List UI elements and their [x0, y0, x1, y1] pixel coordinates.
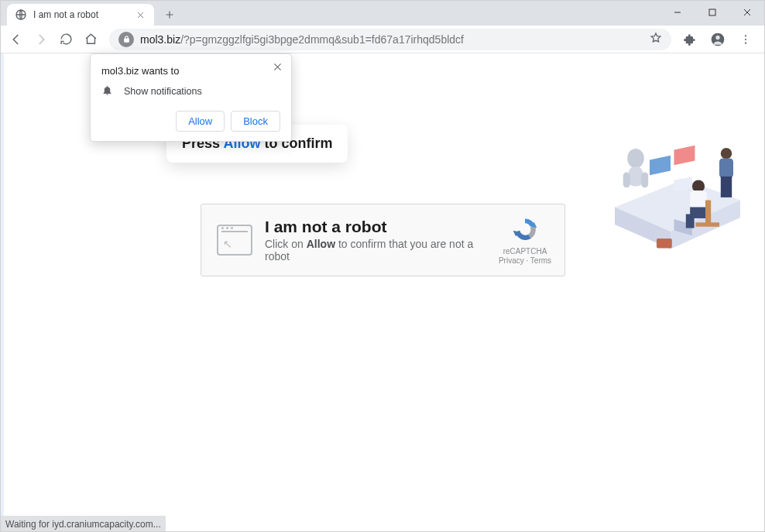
svg-rect-19 — [623, 173, 630, 188]
office-illustration — [608, 101, 747, 264]
profile-avatar-icon[interactable] — [707, 29, 729, 50]
status-bar: Waiting for iyd.craniumcapacity.com... — [1, 516, 166, 532]
svg-point-6 — [745, 38, 746, 39]
captcha-heading: I am not a robot — [265, 218, 485, 236]
menu-dots-icon[interactable] — [735, 29, 756, 50]
svg-rect-25 — [705, 201, 711, 225]
notification-permission-popup: mol3.biz wants to Show notifications All… — [90, 53, 292, 142]
browser-window-icon: ↖ — [217, 225, 252, 256]
block-button[interactable]: Block — [231, 111, 280, 132]
popup-title: mol3.biz wants to — [101, 65, 280, 77]
svg-rect-20 — [641, 173, 648, 188]
page-content: mol3.biz wants to Show notifications All… — [1, 53, 764, 532]
svg-rect-22 — [690, 190, 707, 208]
bell-icon — [101, 84, 113, 98]
recaptcha-links[interactable]: Privacy · Terms — [498, 256, 552, 265]
svg-rect-2 — [124, 39, 129, 42]
page-left-accent — [1, 53, 4, 532]
forward-button[interactable] — [30, 29, 52, 50]
svg-point-5 — [745, 35, 746, 36]
svg-rect-13 — [650, 156, 671, 176]
recaptcha-label: reCAPTCHA — [498, 247, 552, 256]
svg-point-4 — [715, 35, 719, 39]
svg-rect-18 — [629, 166, 643, 186]
popup-close-icon[interactable] — [271, 60, 283, 73]
browser-toolbar: mol3.biz/?p=gmzggzlfgi5gi3bpge2dmmq&sub1… — [1, 26, 764, 53]
url-path: /?p=gmzggzlfgi5gi3bpge2dmmq&sub1=fd67a17… — [180, 33, 464, 46]
globe-icon — [15, 9, 27, 21]
status-text: Waiting for iyd.craniumcapacity.com... — [5, 519, 161, 530]
popup-permission-row: Show notifications — [101, 84, 280, 98]
toolbar-right — [679, 29, 760, 50]
bookmark-star-icon[interactable] — [650, 32, 662, 47]
reload-button[interactable] — [55, 29, 77, 50]
popup-permission-label: Show notifications — [124, 86, 202, 97]
tab-strip: I am not a robot — [1, 1, 180, 26]
captcha-subtext: Click on Allow to confirm that you are n… — [265, 238, 485, 263]
address-bar[interactable]: mol3.biz/?p=gmzggzlfgi5gi3bpge2dmmq&sub1… — [109, 29, 671, 50]
svg-point-27 — [721, 148, 732, 159]
svg-rect-14 — [674, 146, 695, 166]
svg-rect-29 — [721, 177, 732, 197]
back-button[interactable] — [5, 29, 27, 50]
window-maximize-button[interactable] — [695, 1, 729, 24]
svg-rect-28 — [719, 159, 733, 178]
browser-tab[interactable]: I am not a robot — [7, 4, 154, 26]
fake-captcha-box: ↖ I am not a robot Click on Allow to con… — [201, 204, 565, 276]
window-controls — [660, 1, 764, 26]
new-tab-button[interactable] — [159, 4, 180, 26]
tab-close-icon[interactable] — [134, 9, 146, 21]
url-text: mol3.biz/?p=gmzggzlfgi5gi3bpge2dmmq&sub1… — [140, 33, 643, 46]
captcha-text: I am not a robot Click on Allow to confi… — [265, 218, 485, 263]
popup-actions: Allow Block — [101, 111, 280, 132]
window-minimize-button[interactable] — [660, 1, 695, 24]
window-close-button[interactable] — [729, 1, 764, 24]
svg-rect-30 — [657, 239, 672, 249]
extensions-icon[interactable] — [679, 29, 701, 50]
svg-rect-1 — [709, 9, 715, 15]
recaptcha-icon — [511, 232, 539, 245]
svg-rect-24 — [686, 215, 695, 228]
svg-point-7 — [745, 42, 746, 43]
site-info-lock-icon[interactable] — [118, 32, 134, 47]
svg-rect-26 — [695, 222, 719, 226]
svg-point-17 — [627, 149, 644, 168]
window-titlebar: I am not a robot — [1, 1, 764, 26]
allow-button[interactable]: Allow — [176, 111, 225, 132]
url-domain: mol3.biz — [140, 33, 180, 46]
recaptcha-badge: reCAPTCHA Privacy · Terms — [498, 216, 552, 265]
home-button[interactable] — [80, 29, 101, 50]
tab-title: I am not a robot — [33, 9, 128, 20]
